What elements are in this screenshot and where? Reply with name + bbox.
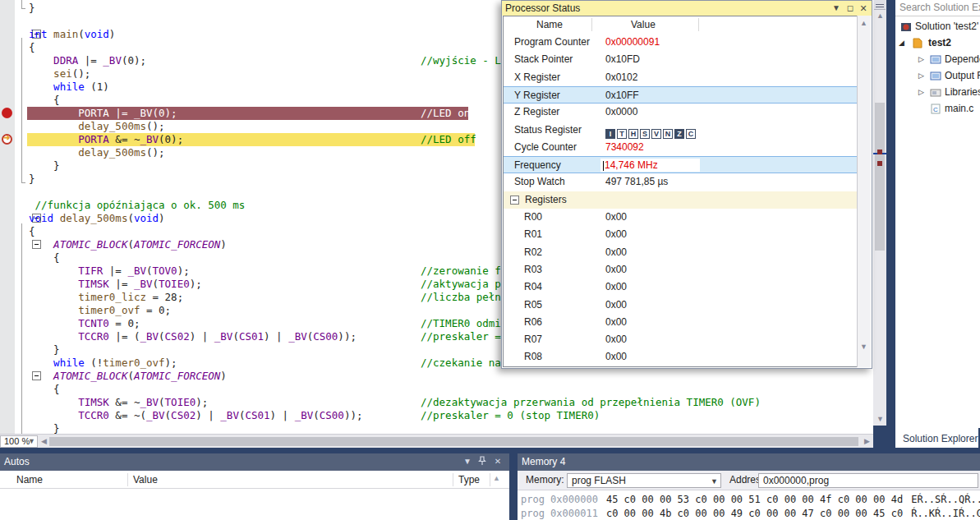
column-separator[interactable]	[698, 18, 699, 31]
tree-item-label: Solution 'test2'	[915, 18, 978, 35]
scroll-up-icon[interactable]: ▲	[860, 19, 867, 27]
tree-item-solution-test2-[interactable]: Solution 'test2'	[895, 18, 980, 35]
close-icon[interactable]: ✕	[858, 2, 869, 14]
horizontal-divider[interactable]	[0, 448, 980, 453]
status-row[interactable]: Status RegisterITHSVNZC	[504, 122, 857, 139]
status-value: 7340092	[605, 139, 644, 156]
status-name: R08	[524, 348, 542, 366]
code-line[interactable]: {	[29, 383, 873, 396]
scroll-up-icon[interactable]: ▲	[876, 12, 884, 20]
status-row[interactable]: R030x00	[504, 261, 857, 278]
solution-explorer-panel: Search Solution Ex Solution 'test2'◢test…	[895, 0, 980, 428]
column-separator[interactable]	[490, 473, 490, 486]
pin-icon[interactable]	[476, 456, 488, 467]
status-row[interactable]: X Register0x0102	[504, 69, 857, 86]
scroll-right-icon[interactable]: ▶	[864, 437, 870, 445]
folder-icon	[930, 70, 941, 81]
flag-s-icon[interactable]: S	[640, 129, 650, 139]
autos-header: NameValueType	[0, 471, 509, 489]
code-line[interactable]: }	[29, 422, 873, 434]
flag-n-icon[interactable]: N	[663, 129, 673, 139]
window-menu-icon[interactable]: ▼	[830, 2, 842, 14]
tree-item-output-files[interactable]: ▷Output Files	[895, 67, 980, 84]
tree-item-dependencies[interactable]: ▷Dependencies	[895, 51, 980, 67]
maximize-icon[interactable]: ◻	[844, 2, 856, 14]
scroll-left-icon[interactable]: ◀	[41, 437, 47, 445]
close-icon[interactable]: ✕	[492, 456, 504, 467]
scroll-down-icon[interactable]: ▼	[860, 343, 867, 351]
column-separator[interactable]	[453, 473, 453, 486]
window-menu-icon[interactable]: ▼	[462, 456, 473, 467]
status-row[interactable]: R060x00	[504, 314, 857, 331]
status-row[interactable]: R050x00	[504, 297, 857, 314]
memory-row[interactable]: prog 0x000011c0 00 00 4b c0 00 00 49 c0 …	[521, 507, 980, 520]
vertical-scrollbar[interactable]: ▲ ▼	[873, 0, 886, 426]
flag-z-icon[interactable]: Z	[674, 129, 684, 139]
frequency-edit-field[interactable]: 14,746 MHz	[600, 159, 700, 172]
svg-text:C: C	[933, 106, 938, 113]
processor-status-titlebar[interactable]: Processor Status ▼ ◻ ✕	[502, 1, 872, 16]
status-row[interactable]: R040x00	[504, 278, 857, 296]
horizontal-scrollbar[interactable]: 100 %▼ ◀ ▶	[0, 434, 873, 448]
column-header-value[interactable]: Value	[631, 16, 656, 33]
status-row[interactable]: Y Register0x10FF	[504, 86, 857, 104]
status-row[interactable]: Z Register0x0000	[504, 104, 857, 121]
flag-c-icon[interactable]: C	[686, 129, 696, 139]
split-handle-icon[interactable]	[874, 0, 886, 10]
status-row[interactable]: R000x00	[504, 209, 857, 226]
collapse-arrow-icon[interactable]: ◢	[899, 35, 904, 51]
register-group-row[interactable]: Registers	[504, 191, 857, 209]
collapse-icon[interactable]	[510, 196, 519, 205]
memory-type-select[interactable]: prog FLASH ▼	[567, 473, 721, 488]
status-value: 0x00000091	[605, 34, 660, 51]
panel-title: Autos	[4, 456, 30, 467]
solution-search-input[interactable]: Search Solution Ex	[895, 0, 980, 16]
flag-t-icon[interactable]: T	[617, 129, 627, 139]
status-row[interactable]: Program Counter0x00000091	[504, 34, 857, 51]
flag-v-icon[interactable]: V	[651, 129, 661, 139]
tree-item-libraries[interactable]: ▷Libraries	[895, 84, 980, 100]
column-separator[interactable]	[127, 473, 128, 486]
vscroll-thumb[interactable]	[875, 103, 885, 251]
tree-item-main-c[interactable]: Cmain.c	[895, 100, 980, 117]
status-row[interactable]: R010x00	[504, 226, 857, 243]
status-row[interactable]: R080x00	[504, 348, 857, 366]
flag-h-icon[interactable]: H	[628, 129, 638, 139]
status-name: Stack Pointer	[514, 51, 573, 68]
expand-arrow-icon[interactable]: ▷	[918, 67, 924, 84]
status-name: R03	[524, 261, 542, 278]
code-line[interactable]: ATOMIC_BLOCK(ATOMIC_FORCEON)	[29, 370, 873, 383]
status-row[interactable]: R070x00	[504, 331, 857, 348]
memory-label: Memory:	[526, 474, 564, 485]
memory-toolbar: Memory: prog FLASH ▼ Address: 0x000000,p…	[518, 471, 980, 490]
processor-status-scrollbar[interactable]: ▲ ▼	[857, 16, 871, 367]
code-line[interactable]: TCCR0 &= ~(_BV(CS02) | _BV(CS01) | _BV(C…	[29, 409, 873, 422]
flag-i-icon[interactable]: I	[605, 129, 615, 139]
column-separator[interactable]	[591, 18, 592, 31]
editor-zoom-select[interactable]: 100 %▼	[0, 435, 38, 448]
status-row[interactable]: Stop Watch497 781,85 µs	[504, 173, 857, 191]
expand-arrow-icon[interactable]: ▷	[918, 51, 924, 67]
panel-divider[interactable]	[509, 453, 518, 520]
code-line[interactable]: TIMSK &= ~_BV(TOIE0);//dezaktywacja prze…	[29, 396, 873, 409]
autos-column-value[interactable]: Value	[133, 471, 158, 489]
status-row[interactable]: Cycle Counter7340092	[504, 139, 857, 156]
scroll-down-icon[interactable]: ▼	[876, 415, 884, 423]
memory-row[interactable]: prog 0x00000045 c0 00 00 53 c0 00 00 51 …	[521, 493, 980, 507]
autos-column-type[interactable]: Type	[458, 471, 480, 489]
expand-arrow-icon[interactable]: ▷	[918, 84, 924, 100]
column-header-name[interactable]: Name	[536, 16, 563, 33]
memory-titlebar[interactable]: Memory 4	[518, 453, 980, 471]
address-input[interactable]: 0x000000,prog	[758, 473, 978, 488]
status-row[interactable]: R020x00	[504, 244, 857, 261]
status-row[interactable]: Frequency14,746 MHz	[504, 156, 857, 173]
panel-divider[interactable]	[886, 0, 895, 453]
memory-panel: Memory 4 Memory: prog FLASH ▼ Address: 0…	[518, 453, 980, 520]
status-value: 0x00	[605, 297, 627, 314]
tree-item-test2[interactable]: ◢test2	[895, 35, 980, 51]
scroll-up-icon[interactable]: ▲	[493, 474, 500, 482]
autos-titlebar[interactable]: Autos ▼ ✕	[0, 453, 509, 471]
autos-column-name[interactable]: Name	[16, 471, 43, 489]
status-row[interactable]: Stack Pointer0x10FD	[504, 51, 857, 68]
hscroll-thumb[interactable]	[49, 437, 858, 446]
